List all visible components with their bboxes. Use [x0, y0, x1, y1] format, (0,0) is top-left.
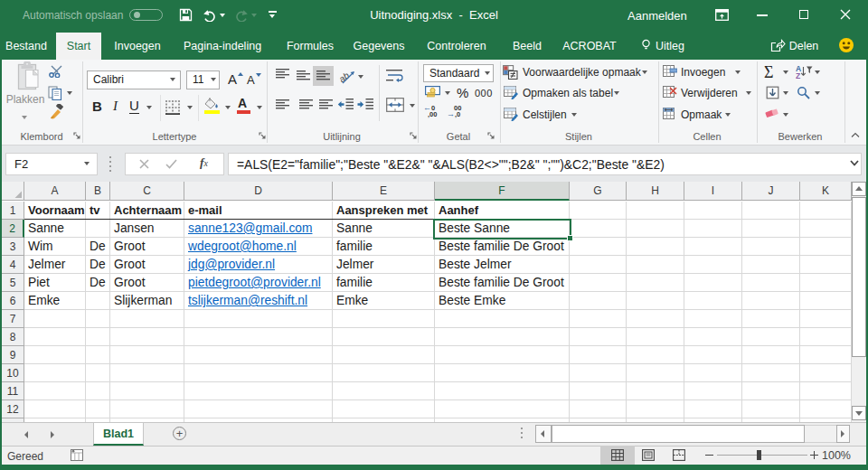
svg-text:ab: ab: [339, 70, 352, 85]
svg-text:Z: Z: [796, 71, 800, 80]
